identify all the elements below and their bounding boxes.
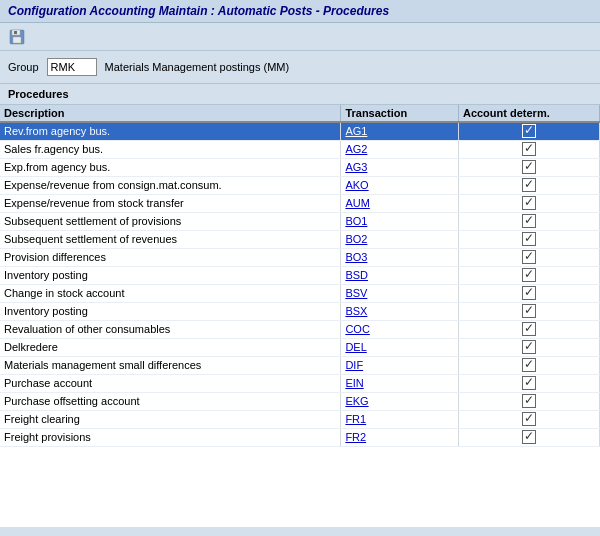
table-header-row: Description Transaction Account determ. bbox=[0, 105, 600, 122]
cell-account-determ[interactable] bbox=[458, 194, 599, 212]
cell-transaction[interactable]: EIN bbox=[341, 374, 459, 392]
table-row[interactable]: Subsequent settlement of revenuesBO2 bbox=[0, 230, 600, 248]
transaction-link[interactable]: COC bbox=[345, 323, 369, 335]
cell-transaction[interactable]: COC bbox=[341, 320, 459, 338]
cell-account-determ[interactable] bbox=[458, 248, 599, 266]
transaction-link[interactable]: BSD bbox=[345, 269, 368, 281]
table-row[interactable]: Inventory postingBSX bbox=[0, 302, 600, 320]
group-bar: Group Materials Management postings (MM) bbox=[0, 51, 600, 83]
account-determ-checkbox[interactable] bbox=[522, 160, 536, 174]
group-label: Group bbox=[8, 61, 39, 73]
group-input[interactable] bbox=[47, 58, 97, 76]
cell-transaction[interactable]: FR1 bbox=[341, 410, 459, 428]
cell-transaction[interactable]: BO2 bbox=[341, 230, 459, 248]
save-icon[interactable] bbox=[8, 28, 26, 46]
cell-transaction[interactable]: AKO bbox=[341, 176, 459, 194]
cell-transaction[interactable]: BSD bbox=[341, 266, 459, 284]
table-row[interactable]: Revaluation of other consumablesCOC bbox=[0, 320, 600, 338]
account-determ-checkbox[interactable] bbox=[522, 286, 536, 300]
cell-transaction[interactable]: AUM bbox=[341, 194, 459, 212]
account-determ-checkbox[interactable] bbox=[522, 178, 536, 192]
transaction-link[interactable]: EKG bbox=[345, 395, 368, 407]
account-determ-checkbox[interactable] bbox=[522, 214, 536, 228]
table-row[interactable]: Provision differencesBO3 bbox=[0, 248, 600, 266]
table-row[interactable]: Change in stock accountBSV bbox=[0, 284, 600, 302]
transaction-link[interactable]: AG2 bbox=[345, 143, 367, 155]
account-determ-checkbox[interactable] bbox=[522, 394, 536, 408]
table-row[interactable]: Materials management small differencesDI… bbox=[0, 356, 600, 374]
cell-transaction[interactable]: BSV bbox=[341, 284, 459, 302]
cell-account-determ[interactable] bbox=[458, 140, 599, 158]
transaction-link[interactable]: BO1 bbox=[345, 215, 367, 227]
cell-transaction[interactable]: FR2 bbox=[341, 428, 459, 446]
transaction-link[interactable]: AKO bbox=[345, 179, 368, 191]
cell-account-determ[interactable] bbox=[458, 320, 599, 338]
cell-account-determ[interactable] bbox=[458, 266, 599, 284]
table-row[interactable]: Rev.from agency bus.AG1 bbox=[0, 122, 600, 140]
cell-account-determ[interactable] bbox=[458, 410, 599, 428]
cell-account-determ[interactable] bbox=[458, 374, 599, 392]
account-determ-checkbox[interactable] bbox=[522, 142, 536, 156]
table-row[interactable]: Subsequent settlement of provisionsBO1 bbox=[0, 212, 600, 230]
account-determ-checkbox[interactable] bbox=[522, 358, 536, 372]
cell-account-determ[interactable] bbox=[458, 338, 599, 356]
table-row[interactable]: Exp.from agency bus.AG3 bbox=[0, 158, 600, 176]
cell-description: Delkredere bbox=[0, 338, 341, 356]
transaction-link[interactable]: BSX bbox=[345, 305, 367, 317]
table-row[interactable]: Sales fr.agency bus.AG2 bbox=[0, 140, 600, 158]
cell-transaction[interactable]: BSX bbox=[341, 302, 459, 320]
cell-description: Provision differences bbox=[0, 248, 341, 266]
transaction-link[interactable]: AUM bbox=[345, 197, 369, 209]
account-determ-checkbox[interactable] bbox=[522, 376, 536, 390]
table-row[interactable]: Purchase accountEIN bbox=[0, 374, 600, 392]
col-header-transaction: Transaction bbox=[341, 105, 459, 122]
transaction-link[interactable]: BSV bbox=[345, 287, 367, 299]
table-row[interactable]: Purchase offsetting accountEKG bbox=[0, 392, 600, 410]
account-determ-checkbox[interactable] bbox=[522, 250, 536, 264]
table-row[interactable]: Expense/revenue from consign.mat.consum.… bbox=[0, 176, 600, 194]
cell-transaction[interactable]: AG2 bbox=[341, 140, 459, 158]
cell-account-determ[interactable] bbox=[458, 302, 599, 320]
account-determ-checkbox[interactable] bbox=[522, 412, 536, 426]
cell-account-determ[interactable] bbox=[458, 230, 599, 248]
transaction-link[interactable]: DIF bbox=[345, 359, 363, 371]
account-determ-checkbox[interactable] bbox=[522, 322, 536, 336]
cell-transaction[interactable]: DEL bbox=[341, 338, 459, 356]
account-determ-checkbox[interactable] bbox=[522, 304, 536, 318]
cell-transaction[interactable]: DIF bbox=[341, 356, 459, 374]
account-determ-checkbox[interactable] bbox=[522, 430, 536, 444]
transaction-link[interactable]: BO3 bbox=[345, 251, 367, 263]
cell-account-determ[interactable] bbox=[458, 356, 599, 374]
cell-account-determ[interactable] bbox=[458, 212, 599, 230]
account-determ-checkbox[interactable] bbox=[522, 268, 536, 282]
cell-account-determ[interactable] bbox=[458, 122, 599, 140]
cell-account-determ[interactable] bbox=[458, 284, 599, 302]
cell-description: Subsequent settlement of provisions bbox=[0, 212, 341, 230]
cell-account-determ[interactable] bbox=[458, 158, 599, 176]
table-row[interactable]: Expense/revenue from stock transferAUM bbox=[0, 194, 600, 212]
account-determ-checkbox[interactable] bbox=[522, 232, 536, 246]
transaction-link[interactable]: DEL bbox=[345, 341, 366, 353]
table-row[interactable]: Freight clearingFR1 bbox=[0, 410, 600, 428]
transaction-link[interactable]: FR2 bbox=[345, 431, 366, 443]
transaction-link[interactable]: EIN bbox=[345, 377, 363, 389]
table-row[interactable]: DelkredereDEL bbox=[0, 338, 600, 356]
transaction-link[interactable]: AG3 bbox=[345, 161, 367, 173]
cell-transaction[interactable]: AG3 bbox=[341, 158, 459, 176]
title-bar: Configuration Accounting Maintain : Auto… bbox=[0, 0, 600, 23]
account-determ-checkbox[interactable] bbox=[522, 340, 536, 354]
cell-transaction[interactable]: BO3 bbox=[341, 248, 459, 266]
table-row[interactable]: Freight provisionsFR2 bbox=[0, 428, 600, 446]
cell-transaction[interactable]: AG1 bbox=[341, 122, 459, 140]
transaction-link[interactable]: AG1 bbox=[345, 125, 367, 137]
table-row[interactable]: Inventory postingBSD bbox=[0, 266, 600, 284]
account-determ-checkbox[interactable] bbox=[522, 124, 536, 138]
cell-transaction[interactable]: BO1 bbox=[341, 212, 459, 230]
cell-account-determ[interactable] bbox=[458, 392, 599, 410]
cell-account-determ[interactable] bbox=[458, 176, 599, 194]
account-determ-checkbox[interactable] bbox=[522, 196, 536, 210]
cell-transaction[interactable]: EKG bbox=[341, 392, 459, 410]
cell-account-determ[interactable] bbox=[458, 428, 599, 446]
transaction-link[interactable]: BO2 bbox=[345, 233, 367, 245]
transaction-link[interactable]: FR1 bbox=[345, 413, 366, 425]
